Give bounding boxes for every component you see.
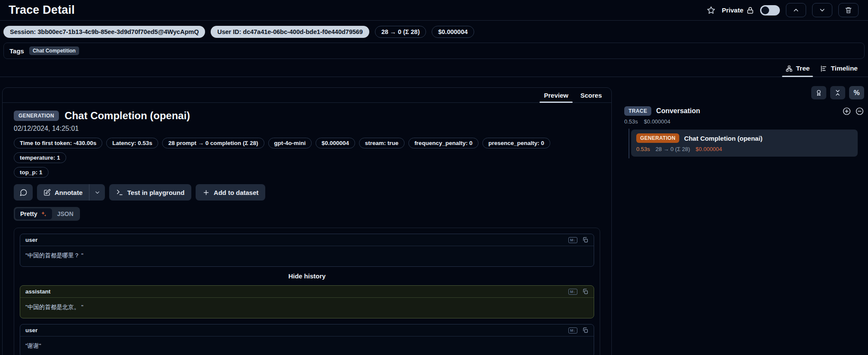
generation-tokens: 28 → 0 (Σ 28) (656, 146, 690, 152)
tag-chip[interactable]: Chat Competition (29, 46, 79, 55)
collapse-node-button[interactable] (855, 107, 864, 116)
trash-icon (845, 6, 852, 14)
active-tab-indicator (782, 76, 813, 77)
message-role: user (25, 327, 38, 333)
generation-type-badge: GENERATION (636, 133, 679, 143)
trace-root-row[interactable]: TRACE Conversation (624, 106, 864, 116)
json-toggle[interactable]: JSON (52, 208, 79, 219)
collapse-all-button[interactable] (830, 86, 845, 99)
format-toggle: Pretty JSON (14, 207, 80, 221)
top-p-pill: top_p: 1 (14, 167, 49, 178)
tab-tree-label: Tree (796, 65, 810, 72)
timeline-icon (820, 65, 827, 72)
copy-icon[interactable] (582, 327, 589, 333)
observation-title: Chat Completion (openai) (64, 110, 190, 122)
frequency-penalty-pill: frequency_penalty: 0 (408, 138, 478, 148)
chevron-down-icon (94, 189, 101, 196)
hide-history-button[interactable]: Hide history (20, 272, 594, 280)
message-tools: M↓ (568, 327, 589, 333)
message-box-user-2: user M↓ "谢谢" (20, 324, 594, 355)
tags-section: Tags Chat Competition (3, 43, 865, 59)
tree-icon (785, 65, 793, 72)
message-box-user-1: user M↓ "中国的首都是哪里？ " (20, 234, 594, 267)
markdown-toggle-icon[interactable]: M↓ (568, 327, 577, 333)
message-header: assistant M↓ (20, 286, 594, 298)
generation-cost: $0.000004 (696, 146, 722, 152)
message-tools: M↓ (568, 288, 589, 295)
session-badge[interactable]: Session: 3bb00ec7-1b13-4c9b-85ee-3d9d70f… (3, 26, 205, 38)
tab-scores[interactable]: Scores (574, 88, 608, 102)
token-pill: 28 prompt → 0 completion (Σ 28) (162, 138, 264, 148)
message-content: "中国的首都是北京。 " (20, 298, 594, 318)
markdown-toggle-icon[interactable]: M↓ (568, 237, 577, 243)
add-to-dataset-button[interactable]: Add to dataset (196, 184, 265, 201)
lock-icon (746, 6, 754, 14)
message-role: assistant (25, 288, 51, 295)
tab-preview[interactable]: Preview (538, 88, 574, 102)
metrics-toggle-button[interactable]: % (849, 86, 864, 99)
observation-type-badge: GENERATION (14, 111, 59, 121)
next-trace-button[interactable] (812, 3, 832, 17)
annotate-button[interactable]: Annotate (37, 184, 89, 201)
award-icon (815, 89, 822, 96)
generation-latency: 0.53s (636, 146, 650, 152)
minus-circle-icon (855, 107, 864, 116)
plus-icon (202, 189, 210, 196)
privacy-status: Private (722, 6, 754, 14)
delete-trace-button[interactable] (838, 3, 859, 17)
observation-detail-card: Preview Scores GENERATION Chat Completio… (2, 87, 612, 355)
prev-trace-button[interactable] (786, 3, 806, 17)
tab-timeline[interactable]: Timeline (815, 61, 863, 77)
edit-pen-icon (43, 189, 51, 196)
trace-cost: $0.000004 (644, 118, 670, 125)
terminal-icon (116, 189, 123, 196)
view-tabs: Tree Timeline (0, 61, 868, 77)
trace-badges-row: Session: 3bb00ec7-1b13-4c9b-85ee-3d9d70f… (0, 21, 868, 38)
comment-button[interactable] (14, 184, 33, 201)
public-toggle[interactable] (760, 5, 780, 15)
observation-actions: Annotate Test in playground Add to datas… (14, 184, 600, 201)
pretty-label: Pretty (20, 210, 37, 217)
plus-circle-icon (842, 107, 851, 116)
generation-tree-node[interactable]: GENERATION Chat Completion (openai) 0.53… (631, 130, 858, 157)
scores-toggle-button[interactable] (811, 86, 826, 99)
trace-root-label: TRACE Conversation (624, 106, 700, 116)
message-tools: M↓ (568, 237, 589, 243)
generation-node-title: Chat Completion (openai) (684, 135, 763, 142)
message-box-assistant: assistant M↓ "中国的首都是北京。 " (20, 285, 594, 318)
observation-title-row: GENERATION Chat Completion (openai) (14, 110, 600, 122)
privacy-label: Private (722, 6, 743, 14)
header-actions: Private (706, 3, 859, 17)
tree-guide-line (629, 129, 629, 158)
stream-pill: stream: true (359, 138, 405, 148)
annotate-dropdown-button[interactable] (89, 184, 105, 201)
copy-icon[interactable] (582, 237, 589, 243)
tab-tree[interactable]: Tree (780, 61, 815, 77)
chevron-up-icon (792, 6, 800, 14)
trace-metrics: 0.53s $0.000004 (624, 118, 864, 125)
user-id-badge[interactable]: User ID: dc47a41e-06bc-400d-bde1-f0e440d… (211, 26, 369, 38)
copy-icon[interactable] (582, 288, 589, 295)
token-usage-badge: 28 → 0 (Σ 28) (375, 26, 426, 38)
sparkles-icon (40, 211, 47, 217)
generation-node-title-row: GENERATION Chat Completion (openai) (636, 133, 853, 143)
pretty-toggle[interactable]: Pretty (15, 208, 52, 219)
temperature-pill: temperature: 1 (14, 152, 66, 163)
markdown-toggle-icon[interactable]: M↓ (568, 289, 577, 295)
test-in-playground-button[interactable]: Test in playground (109, 184, 191, 201)
observation-meta-pills-overflow: top_p: 1 (14, 167, 600, 178)
message-header: user M↓ (20, 234, 594, 246)
cost-badge: $0.000004 (432, 26, 474, 38)
message-role: user (25, 237, 38, 243)
tab-scores-label: Scores (580, 92, 602, 99)
expand-node-button[interactable] (842, 107, 851, 116)
json-label: JSON (57, 210, 74, 217)
tree-zoom-controls (842, 107, 864, 116)
tags-label: Tags (9, 47, 24, 55)
message-header: user M↓ (20, 324, 594, 336)
preview-tab-indicator (540, 102, 573, 103)
comment-bubble-icon (19, 188, 28, 197)
io-messages-container: user M↓ "中国的首都是哪里？ " Hide history assist… (14, 228, 600, 355)
model-pill[interactable]: gpt-4o-mini (268, 138, 312, 148)
star-icon[interactable] (706, 6, 716, 15)
